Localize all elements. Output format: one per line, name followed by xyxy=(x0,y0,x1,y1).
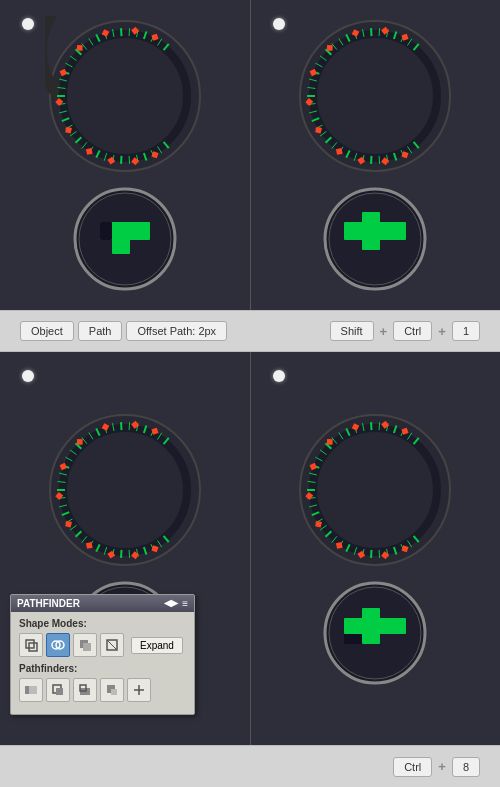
bottom-right-white-dot xyxy=(273,370,285,382)
svg-rect-174 xyxy=(29,686,37,694)
shift-button[interactable]: Shift xyxy=(330,321,374,341)
svg-line-190 xyxy=(379,549,380,557)
bottom-plus: + xyxy=(436,759,448,774)
top-right-dial-svg xyxy=(295,16,455,176)
pathfinder-titlebar-icons: ◀▶ ≡ xyxy=(164,598,188,609)
top-right-gauge-wrapper xyxy=(295,16,455,294)
pathfinders-label: Pathfinders: xyxy=(19,663,186,674)
shape-modes-label: Shape Modes: xyxy=(19,618,186,629)
top-row xyxy=(0,0,500,310)
pathfinder-titlebar: PATHFINDER ◀▶ ≡ xyxy=(11,595,194,612)
top-left-white-dot xyxy=(22,18,34,30)
bottom-right-btn-group: Ctrl + 8 xyxy=(393,757,500,777)
bottom-left-white-dot xyxy=(22,370,34,382)
svg-line-62 xyxy=(379,156,380,164)
top-left-small-svg xyxy=(70,184,180,294)
plus-2: + xyxy=(436,324,448,339)
bottom-right-gauge-wrapper xyxy=(295,410,455,688)
pathfinder-title: PATHFINDER xyxy=(17,598,80,609)
plus-1: + xyxy=(378,324,390,339)
svg-rect-176 xyxy=(56,688,63,695)
top-right-white-dot xyxy=(273,18,285,30)
ctrl-button-1[interactable]: Ctrl xyxy=(393,321,432,341)
svg-rect-237 xyxy=(344,634,362,644)
svg-rect-165 xyxy=(26,640,34,648)
pathfinder-panel: PATHFINDER ◀▶ ≡ Shape Modes: xyxy=(10,594,195,715)
pathfinder-btn-2[interactable] xyxy=(46,678,70,702)
svg-point-0 xyxy=(50,21,200,171)
top-right-panel xyxy=(251,0,501,310)
svg-rect-54 xyxy=(100,222,112,240)
top-left-gauge-wrapper xyxy=(45,16,205,294)
shape-mode-btn-2[interactable] xyxy=(46,633,70,657)
top-left-panel xyxy=(0,0,251,310)
pathfinder-body: Shape Modes: xyxy=(11,612,194,714)
svg-rect-180 xyxy=(111,689,117,695)
svg-point-109 xyxy=(50,415,200,565)
pathfinder-menu-icon[interactable]: ≡ xyxy=(182,598,188,609)
shape-mode-btn-4[interactable] xyxy=(100,633,124,657)
left-btn-group: Object Path Offset Path: 2px xyxy=(20,321,227,341)
svg-line-7 xyxy=(129,156,130,164)
top-right-small-svg xyxy=(320,184,430,294)
svg-line-116 xyxy=(129,549,130,557)
svg-rect-236 xyxy=(362,608,380,644)
object-button[interactable]: Object xyxy=(20,321,74,341)
svg-line-142 xyxy=(129,422,130,430)
bottom-right-small-svg xyxy=(320,578,430,688)
ctrl-button-2[interactable]: Ctrl xyxy=(393,757,432,777)
right-btn-group: Shift + Ctrl + 1 xyxy=(330,321,480,341)
key-8-button[interactable]: 8 xyxy=(452,757,480,777)
bottom-left-panel: PATHFINDER ◀▶ ≡ Shape Modes: xyxy=(0,352,251,745)
svg-point-55 xyxy=(300,21,450,171)
svg-rect-53 xyxy=(112,222,130,254)
pathfinder-btn-3[interactable] xyxy=(73,678,97,702)
key-1-button[interactable]: 1 xyxy=(452,321,480,341)
svg-line-33 xyxy=(129,28,130,36)
bottom-right-panel xyxy=(251,352,501,745)
top-divider-bar: Object Path Offset Path: 2px Shift + Ctr… xyxy=(0,310,500,352)
svg-rect-170 xyxy=(83,643,91,651)
pathfinders-buttons xyxy=(19,678,186,702)
main-container: Object Path Offset Path: 2px Shift + Ctr… xyxy=(0,0,500,787)
expand-button[interactable]: Expand xyxy=(131,637,183,654)
svg-point-183 xyxy=(300,415,450,565)
svg-line-172 xyxy=(107,640,117,650)
bottom-section: PATHFINDER ◀▶ ≡ Shape Modes: xyxy=(0,352,500,745)
path-button[interactable]: Path xyxy=(78,321,123,341)
shape-mode-btn-3[interactable] xyxy=(73,633,97,657)
bottom-divider-bar: Ctrl + 8 xyxy=(0,745,500,787)
svg-rect-166 xyxy=(29,643,37,651)
pathfinder-btn-5[interactable] xyxy=(127,678,151,702)
shape-mode-btn-1[interactable] xyxy=(19,633,43,657)
pathfinder-btn-1[interactable] xyxy=(19,678,43,702)
pathfinder-btn-4[interactable] xyxy=(100,678,124,702)
svg-rect-108 xyxy=(362,212,380,250)
bottom-right-dial-svg xyxy=(295,410,455,570)
shape-modes-buttons: Expand xyxy=(19,633,186,657)
offset-path-button[interactable]: Offset Path: 2px xyxy=(126,321,227,341)
bottom-left-dial-svg xyxy=(45,410,205,570)
pathfinder-arrow-icon[interactable]: ◀▶ xyxy=(164,598,178,609)
svg-line-88 xyxy=(379,28,380,36)
top-left-dial-svg xyxy=(45,16,205,176)
svg-line-216 xyxy=(379,422,380,430)
